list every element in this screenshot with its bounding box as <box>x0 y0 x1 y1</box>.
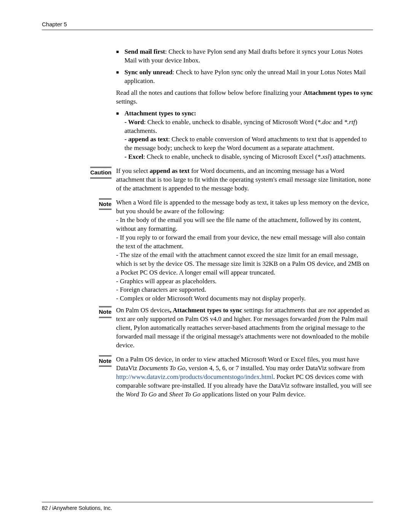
note1-l3: - The size of the email with the attachm… <box>116 251 369 276</box>
attach-title: Attachment types to sync: <box>124 110 196 117</box>
page-number: 82 <box>42 505 48 511</box>
word-ital1: *.doc <box>317 118 331 126</box>
intro-bold: Attachment types to sync <box>303 89 373 96</box>
bullet-text: Attachment types to sync: - Word: Check … <box>124 109 373 162</box>
content-area: ■ Send mail first: Check to have Pylon s… <box>42 48 373 402</box>
label-note-1: Note <box>42 198 116 303</box>
note3-body: On a Palm OS device, in order to view at… <box>116 355 373 402</box>
attach-word: - Word: Check to enable, uncheck to disa… <box>124 118 357 134</box>
bullet-lead: Send mail first <box>124 48 165 55</box>
bullet-lead: Sync only unread <box>124 69 172 76</box>
word-join: and <box>331 118 344 126</box>
bullet-sync-only-unread: ■ Sync only unread: Check to have Pylon … <box>116 68 373 86</box>
note3-post: applications listed on your Palm device. <box>201 391 306 398</box>
note1-l6: - Complex or older Microsoft Word docume… <box>116 295 306 302</box>
word-t1: : Check to enable, uncheck to disable, s… <box>144 118 317 126</box>
note2-body: On Palm OS devices, Attachment types to … <box>116 306 373 353</box>
note1-l2: - If you reply to or forward the email f… <box>116 234 365 250</box>
footer-company: iAnywhere Solutions, Inc. <box>52 505 112 511</box>
note2-ital1: not <box>328 307 336 314</box>
note2-bold: , Attachment types to sync <box>170 307 242 314</box>
label-note-3: Note <box>42 355 116 402</box>
append-lead: - append as text <box>124 136 168 143</box>
bullet-icon: ■ <box>116 109 124 162</box>
note1-l5: - Foreign characters are supported. <box>116 286 206 293</box>
word-lead: - Word <box>124 118 144 126</box>
note2-mid1: settings for attachments that are <box>242 307 328 314</box>
bullet-icon: ■ <box>116 48 124 65</box>
caution-paragraph: If you select append as text for Word do… <box>116 167 373 193</box>
note3-ital2: Word To Go <box>126 391 156 398</box>
bullet-text: Sync only unread: Check to have Pylon sy… <box>124 68 373 86</box>
note1-paragraph: When a Word file is appended to the mess… <box>116 198 373 303</box>
intro-paragraph: Read all the notes and cautions that fol… <box>116 89 373 106</box>
note3-ital3: Sheet To Go <box>169 391 201 398</box>
row-bullets: ■ Send mail first: Check to have Pylon s… <box>42 48 373 165</box>
bullet-text: Send mail first: Check to have Pylon sen… <box>124 48 373 65</box>
running-head: Chapter 5 <box>42 21 373 30</box>
note1-p1: When a Word file is appended to the mess… <box>116 199 369 215</box>
caution-bold: append as text <box>150 167 190 174</box>
label-note-2: Note <box>42 306 116 353</box>
caution-body: If you select append as text for Word do… <box>116 167 373 196</box>
excel-ital: *.xsl <box>317 153 330 160</box>
row-note-2: Note On Palm OS devices, Attachment type… <box>42 306 373 353</box>
label-note-1-text: Note <box>99 198 112 210</box>
caution-pre: If you select <box>116 167 150 174</box>
label-caution: Caution <box>42 167 116 196</box>
intro-pre: Read all the notes and cautions that fol… <box>116 89 303 96</box>
row-note-3: Note On a Palm OS device, in order to vi… <box>42 355 373 402</box>
bullets-body: ■ Send mail first: Check to have Pylon s… <box>116 48 373 165</box>
excel-t1: : Check to enable, uncheck to disable, s… <box>143 153 317 160</box>
note1-l4: - Graphics will appear as placeholders. <box>116 278 217 285</box>
label-note-3-text: Note <box>99 355 112 367</box>
note3-ital1: Documents To Go <box>139 364 185 372</box>
footer-rule <box>42 502 373 502</box>
note3-mid3: and <box>156 391 169 398</box>
note2-pre: On Palm OS devices <box>116 307 170 314</box>
note3-mid1: , version 4, 5, 6, or 7 installed. You m… <box>185 364 365 372</box>
excel-t2: ) attachments. <box>330 153 366 160</box>
footer: 82 / iAnywhere Solutions, Inc. <box>42 505 112 511</box>
bullet-attachment-types: ■ Attachment types to sync: - Word: Chec… <box>116 109 373 162</box>
dataviz-link[interactable]: http://www.dataviz.com/products/document… <box>116 373 273 380</box>
bullet-send-mail-first: ■ Send mail first: Check to have Pylon s… <box>116 48 373 65</box>
empty-label <box>42 48 116 165</box>
label-caution-text: Caution <box>90 167 112 178</box>
note1-l1: - In the body of the email you will see … <box>116 216 361 232</box>
note3-paragraph: On a Palm OS device, in order to view at… <box>116 355 373 399</box>
note2-ital2: from <box>318 315 330 323</box>
bullet-icon: ■ <box>116 68 124 86</box>
attach-excel: - Excel: Check to enable, uncheck to dis… <box>124 153 366 160</box>
attach-append: - append as text: Check to enable conver… <box>124 136 367 152</box>
page: Chapter 5 ■ Send mail first: Check to ha… <box>0 0 411 532</box>
footer-sep: / <box>48 505 53 511</box>
note1-body: When a Word file is appended to the mess… <box>116 198 373 303</box>
row-note-1: Note When a Word file is appended to the… <box>42 198 373 303</box>
intro-post: settings. <box>116 98 137 105</box>
word-ital2: *.rtf <box>344 118 355 126</box>
row-caution: Caution If you select append as text for… <box>42 167 373 196</box>
note2-paragraph: On Palm OS devices, Attachment types to … <box>116 306 373 350</box>
excel-lead: - Excel <box>124 153 143 160</box>
label-note-2-text: Note <box>99 306 112 318</box>
